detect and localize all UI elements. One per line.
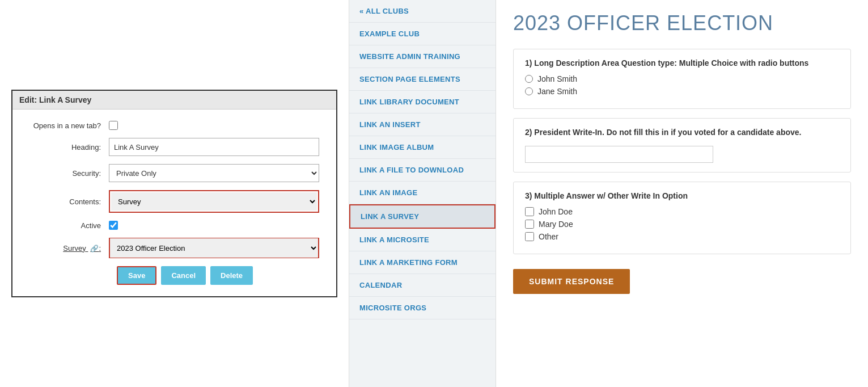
survey-select[interactable]: 2023 Officer Election 2022 Officer Elect…: [110, 238, 318, 258]
opens-new-tab-label: Opens in a new tab?: [29, 121, 109, 130]
contents-select-wrapper: Survey Page Link Image: [109, 190, 319, 213]
q3-option-2-label: Mary Doe: [539, 220, 573, 229]
nav-item-website-admin-training[interactable]: WEBSITE ADMIN TRAINING: [349, 45, 496, 68]
q3-option-1-label: John Doe: [539, 207, 573, 216]
active-row: Active: [29, 221, 319, 230]
q3-option-2: Mary Doe: [525, 220, 839, 229]
edit-form-panel: Edit: Link A Survey Opens in a new tab? …: [0, 0, 349, 387]
nav-item-example-club[interactable]: EXAMPLE CLUB: [349, 23, 496, 45]
q1-radio-2[interactable]: [525, 87, 533, 95]
cancel-button[interactable]: Cancel: [161, 266, 206, 285]
q3-checkbox-1[interactable]: [525, 207, 534, 216]
question-2-number: 2): [525, 128, 532, 137]
nav-item-link-file-download[interactable]: LINK A FILE TO DOWNLOAD: [349, 159, 496, 182]
nav-item-microsite-orgs[interactable]: MICROSITE ORGS: [349, 297, 496, 319]
active-checkbox[interactable]: [109, 221, 118, 230]
delete-button[interactable]: Delete: [210, 266, 253, 285]
nav-item-all-clubs[interactable]: « ALL CLUBS: [349, 0, 496, 23]
edit-box: Edit: Link A Survey Opens in a new tab? …: [11, 90, 337, 297]
question-1-title: 1) Long Description Area Question type: …: [525, 58, 839, 68]
contents-row: Contents: Survey Page Link Image: [29, 190, 319, 213]
nav-item-link-image-album[interactable]: LINK IMAGE ALBUM: [349, 136, 496, 159]
question-3-text: Multiple Answer w/ Other Write In Option: [534, 191, 688, 200]
nav-item-link-a-survey[interactable]: LINK A SURVEY: [349, 204, 496, 229]
question-1-text: Long Description Area Question type: Mul…: [534, 58, 808, 68]
nav-panel: « ALL CLUBS EXAMPLE CLUB WEBSITE ADMIN T…: [349, 0, 496, 387]
survey-content-panel: 2023 OFFICER ELECTION 1) Long Descriptio…: [496, 0, 868, 387]
save-button[interactable]: Save: [117, 266, 156, 285]
nav-item-calendar[interactable]: CALENDAR: [349, 274, 496, 297]
active-label: Active: [29, 221, 109, 230]
q3-checkbox-3[interactable]: [525, 232, 534, 241]
question-1-number: 1): [525, 58, 532, 68]
nav-item-link-library-document[interactable]: LINK LIBRARY DOCUMENT: [349, 91, 496, 113]
question-1-card: 1) Long Description Area Question type: …: [513, 49, 851, 109]
opens-new-tab-row: Opens in a new tab?: [29, 121, 319, 130]
link-icon: 🔗: [90, 245, 99, 253]
edit-box-body: Opens in a new tab? Heading: Security: P…: [12, 110, 336, 296]
contents-label: Contents:: [29, 197, 109, 206]
button-row: Save Cancel Delete: [29, 266, 319, 285]
heading-input[interactable]: [109, 138, 319, 156]
question-2-text: President Write-In. Do not fill this in …: [534, 128, 801, 137]
security-select[interactable]: Private Only Public Members Only: [109, 164, 319, 182]
survey-select-wrapper: 2023 Officer Election 2022 Officer Elect…: [109, 238, 319, 258]
question-3-title: 3) Multiple Answer w/ Other Write In Opt…: [525, 191, 839, 200]
q1-option-1: John Smith: [525, 74, 839, 83]
edit-box-title: Edit: Link A Survey: [12, 91, 336, 110]
nav-item-link-an-insert[interactable]: LINK AN INSERT: [349, 113, 496, 136]
question-3-card: 3) Multiple Answer w/ Other Write In Opt…: [513, 182, 851, 254]
question-2-title: 2) President Write-In. Do not fill this …: [525, 128, 839, 137]
q3-option-1: John Doe: [525, 207, 839, 216]
security-label: Security:: [29, 169, 109, 178]
survey-row: Survey 🔗: 2023 Officer Election 2022 Off…: [29, 238, 319, 258]
opens-new-tab-checkbox[interactable]: [109, 121, 118, 130]
contents-select[interactable]: Survey Page Link Image: [111, 192, 317, 211]
page-title: 2023 OFFICER ELECTION: [513, 11, 851, 35]
q3-checkbox-2[interactable]: [525, 220, 534, 229]
heading-row: Heading:: [29, 138, 319, 156]
nav-item-link-an-image[interactable]: LINK AN IMAGE: [349, 182, 496, 204]
survey-label-wrapper: Survey 🔗:: [29, 244, 109, 253]
q2-text-input[interactable]: [525, 146, 713, 163]
q3-option-3-label: Other: [539, 232, 558, 241]
q3-option-3: Other: [525, 232, 839, 241]
question-3-number: 3): [525, 191, 532, 200]
survey-label-text: Survey: [63, 244, 86, 253]
nav-item-link-a-microsite[interactable]: LINK A MICROSITE: [349, 229, 496, 251]
survey-label-link[interactable]: Survey 🔗:: [63, 244, 101, 253]
q1-option-2-label: Jane Smith: [537, 87, 577, 96]
nav-item-link-marketing-form[interactable]: LINK A MARKETING FORM: [349, 251, 496, 274]
security-row: Security: Private Only Public Members On…: [29, 164, 319, 182]
heading-label: Heading:: [29, 143, 109, 152]
q1-option-2: Jane Smith: [525, 87, 839, 96]
q1-option-1-label: John Smith: [537, 74, 577, 83]
submit-response-button[interactable]: SUBMIT RESPONSE: [513, 269, 630, 294]
question-2-card: 2) President Write-In. Do not fill this …: [513, 118, 851, 173]
nav-item-section-page-elements[interactable]: SECTION PAGE ELEMENTS: [349, 68, 496, 91]
q1-radio-1[interactable]: [525, 75, 533, 83]
